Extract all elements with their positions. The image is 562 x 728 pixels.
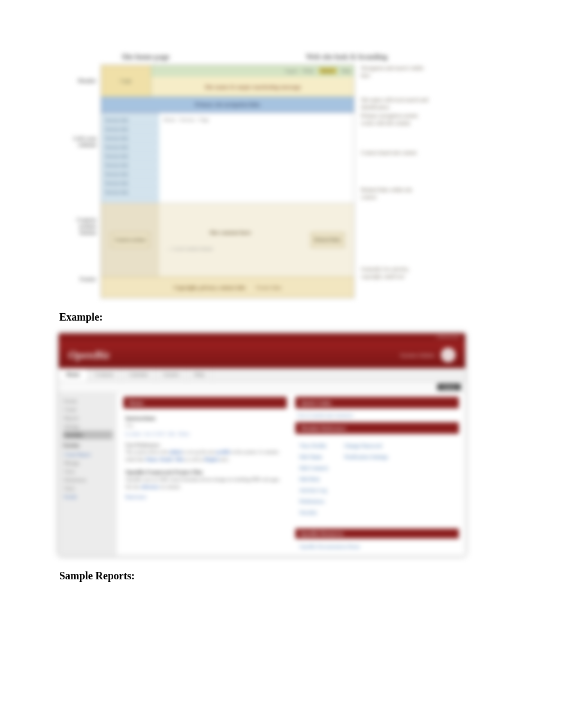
right-annotations: Navigation and search visible here Site …: [355, 65, 429, 298]
annotation: Context based sub content: [361, 144, 429, 181]
header-utility-links: Log in FAQs Search Help: [151, 65, 354, 77]
sidebar-item[interactable]: Events: [63, 397, 113, 405]
left-panel: Home Instructions Help by admin · Jan 12…: [123, 397, 287, 551]
quick-link[interactable]: Change Password: [344, 440, 388, 451]
content-area: Home > Section > Page: [159, 113, 354, 203]
sidebar-item[interactable]: Reports: [63, 414, 113, 422]
side-label-header: Header: [64, 65, 96, 96]
article-paragraph: OpenBiz uses an XML based metadata drive…: [125, 476, 285, 490]
related-links-button: Related links: [311, 232, 345, 248]
hdr-link: Search: [319, 68, 337, 74]
app-topbar: Administrator: [59, 333, 465, 342]
wireframe-footer: Copyright, privacy, contact info Footer …: [101, 277, 354, 298]
quick-link[interactable]: Edit Role: [300, 474, 328, 485]
context-actions-button: Context actions: [111, 232, 150, 248]
wireframe-diagram: Site home page Web site look & branding …: [64, 53, 466, 298]
sidebar-item[interactable]: Create: [63, 405, 113, 414]
menu-item: Section link: [104, 134, 156, 143]
primary-nav-bar: Primary site navigation links: [101, 97, 354, 113]
top-label-left: Site home page: [106, 53, 185, 61]
annotation: Navigation and search visible here: [361, 65, 429, 96]
annotation: Related links within site context: [361, 181, 429, 244]
menu-item: Section link: [104, 179, 156, 188]
panel-header: Home: [123, 397, 287, 408]
left-scan-column: Section link Section link Section link S…: [101, 113, 159, 203]
panel-header: Quick Links: [295, 397, 459, 408]
side-label-context: Context actions button: [64, 186, 96, 266]
annotation: Generally low priority, copyright, small…: [361, 244, 429, 292]
example-heading: Example:: [59, 311, 536, 323]
right-panel: Quick Links List of current user resourc…: [295, 397, 459, 551]
menu-item: Section link: [104, 152, 156, 161]
quick-link[interactable]: Edit Name: [300, 451, 328, 462]
logo-cell: Logo: [101, 65, 151, 96]
tab-home[interactable]: Home: [59, 368, 88, 381]
sidebar-item[interactable]: Profile: [63, 493, 113, 501]
menu-item: Section link: [104, 125, 156, 134]
hdr-link: FAQs: [303, 68, 314, 74]
site-content-label: Site content here: [210, 229, 251, 235]
content-feature-label: — Local content feature: [159, 246, 213, 251]
quick-link[interactable]: Activity Log: [300, 485, 328, 496]
side-label-footer: Footer: [64, 266, 96, 292]
annotation: Site name with local search and identifi…: [361, 96, 429, 112]
avatar[interactable]: [441, 348, 456, 362]
menu-item: Section link: [104, 143, 156, 152]
breadcrumb: Home > Section > Page: [164, 117, 350, 122]
tab-calendar[interactable]: Calendar: [122, 368, 156, 381]
top-label-right: Web site look & branding: [228, 53, 466, 61]
quick-link[interactable]: Security: [300, 507, 328, 518]
tab-contacts[interactable]: Contacts: [88, 368, 122, 381]
article-tag: Help: [125, 423, 285, 429]
para-label: User Preferences: [125, 442, 285, 449]
sidebar-item[interactable]: Tools: [63, 484, 113, 493]
footer-links: Footer links: [256, 285, 282, 290]
quick-link[interactable]: Edit Contacts: [300, 462, 328, 474]
panel-subtext: List of current user resources: [295, 412, 459, 419]
quick-link[interactable]: Preferences: [300, 496, 328, 507]
tab-system[interactable]: System: [156, 368, 187, 381]
quick-link[interactable]: View Profile: [300, 440, 328, 451]
quick-link[interactable]: Notification Settings: [344, 451, 388, 462]
user-name: System Admin: [400, 352, 434, 358]
menu-item: Section link: [104, 116, 156, 125]
link-list-right: Change Password Notification Settings: [344, 440, 388, 518]
hdr-link: Help: [342, 68, 351, 74]
menu-item: Section link: [104, 161, 156, 170]
menu-item: Section link: [104, 170, 156, 179]
app-screenshot: Administrator OpenBiz System Admin Home …: [58, 333, 466, 556]
sidebar-group-title: System: [63, 442, 113, 448]
sidebar-item-selected[interactable]: Activities: [63, 431, 113, 439]
app-user-area: System Admin: [400, 348, 456, 362]
sample-reports-heading: Sample Reports:: [59, 570, 536, 582]
wireframe-header: Logo Log in FAQs Search Help Site name &…: [101, 65, 354, 97]
reference-header: OpenBiz Resources: [295, 529, 459, 539]
article-meta: by admin · Jan 12 2015 · Edit · Delete: [125, 431, 285, 438]
sidebar-item[interactable]: Preferences: [63, 476, 113, 484]
wireframe-box: Logo Log in FAQs Search Help Site name &…: [101, 65, 355, 298]
sidebar-item[interactable]: Users: [63, 467, 113, 476]
app-tabs: Home Contacts Calendar System Help: [59, 368, 465, 382]
menu-item: Section link: [104, 188, 156, 197]
side-label-scan: Left scan column: [64, 96, 96, 186]
app-logo: OpenBiz: [68, 348, 110, 362]
article-paragraph: The system allows the admin to set up th…: [125, 449, 285, 463]
tab-help[interactable]: Help: [187, 368, 212, 381]
annotation: Primary navigation system works with lef…: [361, 112, 429, 144]
read-more-link[interactable]: Read more: [125, 494, 285, 501]
panel-header: Module Reference: [295, 422, 459, 434]
lower-content-row: Context actions Site content here — Loca…: [101, 203, 354, 277]
admin-chip[interactable]: Admin: [437, 384, 461, 390]
footer-copy: Copyright, privacy, contact info: [174, 285, 246, 290]
header-banner: Site name & major marketing message: [151, 77, 354, 96]
link-list-left: View Profile Edit Name Edit Contacts Edi…: [300, 440, 328, 518]
side-labels: Header Left scan column Context actions …: [64, 65, 101, 298]
reference-link[interactable]: OpenBiz Documentation Home: [295, 542, 459, 551]
sidebar-item[interactable]: Create Report: [63, 450, 113, 459]
app-subbar: Admin: [59, 382, 465, 393]
sidebar-item[interactable]: Manage: [63, 459, 113, 467]
app-header: OpenBiz System Admin: [59, 342, 465, 368]
diagram-top-labels: Site home page Web site look & branding: [64, 53, 466, 61]
article-subheading: OpenBiz Framework Project Files: [125, 468, 285, 476]
sidebar-item[interactable]: Settings: [63, 422, 113, 431]
